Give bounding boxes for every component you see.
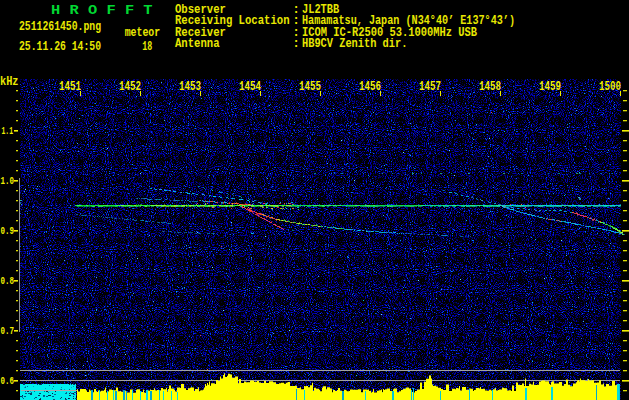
svg-text:2511261450.png: 2511261450.png [19,19,101,34]
svg-text:1.0: 1.0 [1,174,15,187]
svg-text:Antenna: Antenna [175,37,220,51]
svg-text:1453: 1453 [179,79,201,94]
svg-text:1456: 1456 [359,79,381,94]
svg-text::: : [293,37,300,51]
svg-text:0.7: 0.7 [1,324,15,337]
svg-text:0.8: 0.8 [1,274,15,287]
svg-text:1452: 1452 [119,79,141,94]
svg-text:18: 18 [142,39,152,54]
svg-text:1451: 1451 [59,79,81,94]
svg-text:H R O F F T: H R O F F T [51,4,153,18]
svg-text:1458: 1458 [479,79,501,94]
svg-text:1.1: 1.1 [2,124,14,137]
svg-text:1454: 1454 [239,79,261,94]
svg-text:1500: 1500 [599,79,621,94]
svg-text:1459: 1459 [539,79,561,94]
svg-text:25.11.26 14:50: 25.11.26 14:50 [19,39,101,54]
svg-text:1457: 1457 [419,79,441,94]
svg-text:0.6: 0.6 [1,374,15,387]
svg-text:0.9: 0.9 [1,224,15,237]
svg-text:HB9CV Zenith dir.: HB9CV Zenith dir. [302,37,407,51]
svg-text:1455: 1455 [299,79,321,94]
svg-text:meteor: meteor [125,25,161,40]
svg-text:kHz: kHz [0,75,19,89]
